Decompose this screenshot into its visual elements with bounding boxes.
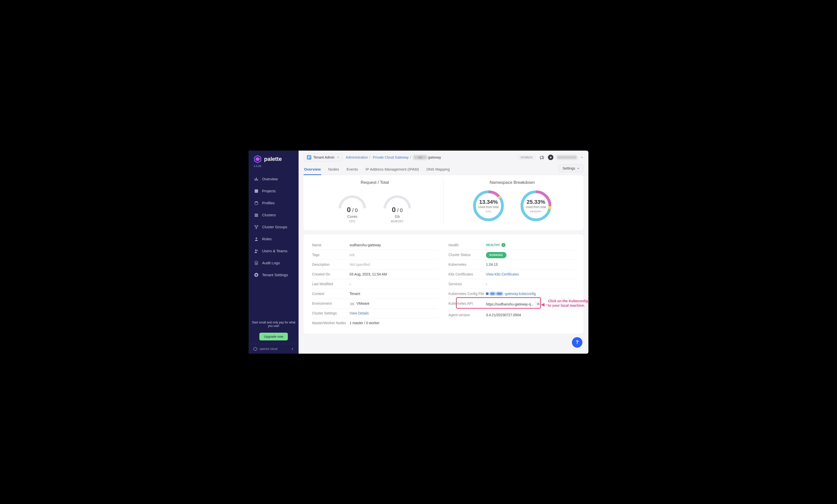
request-total-title: Request / Total [306, 180, 444, 185]
status-badge: RUNNING [486, 252, 506, 258]
chevron-down-icon [337, 156, 340, 159]
tenant-selector[interactable]: ◧ Tenant Admin [304, 153, 343, 162]
help-button[interactable]: ? [572, 337, 583, 348]
svg-marker-18 [254, 347, 257, 350]
version-label: 3.4.96 [249, 165, 299, 170]
svg-rect-9 [254, 216, 258, 217]
tenant-icon: ◧ [307, 155, 311, 160]
tab-ipam[interactable]: IP Address Management (IPAM) [365, 164, 420, 175]
clusters-icon [254, 213, 259, 217]
roles-icon [254, 237, 259, 241]
svg-rect-5 [254, 189, 258, 193]
sidebar-item-audit-logs[interactable]: Audit Logs [249, 257, 299, 269]
svg-point-12 [256, 228, 257, 229]
crumb-administration[interactable]: Administration [346, 155, 368, 159]
tab-dns[interactable]: DNS Mapping [426, 164, 450, 175]
chat-icon[interactable] [539, 155, 545, 160]
crumb-current: gateway [428, 155, 441, 159]
sidebar-nav: Overview Projects Profiles Clusters Clus… [249, 170, 299, 318]
user-blur [557, 156, 577, 159]
breadcrumb: Administration/ Private Cloud Gateway/ x… [346, 155, 441, 159]
chevron-down-icon[interactable] [581, 156, 583, 159]
sidebar-item-roles[interactable]: Roles [249, 233, 299, 245]
svg-point-17 [256, 263, 257, 264]
cluster-groups-icon [254, 225, 259, 229]
memory-donut: 25.33%Used from totalMEMORY [520, 190, 552, 222]
health-badge: HEALTHY✓ [486, 243, 575, 247]
svg-point-14 [255, 250, 256, 251]
kubeconfig-link[interactable]: -gateway.kubeconfig [486, 292, 575, 296]
upgrade-button[interactable]: Upgrade now [259, 333, 288, 340]
users-icon [254, 249, 259, 253]
memory-gauge: 0 / 0 Gb MEMORY [382, 190, 412, 223]
spectro-icon [253, 347, 257, 351]
gear-icon [254, 273, 259, 277]
brand-name: palette [264, 156, 282, 162]
cpu-gauge: 0 / 0 Cores CPU [337, 190, 367, 223]
chevron-down-icon [577, 167, 580, 170]
tab-bar: Overview Nodes Events IP Address Managem… [299, 164, 588, 175]
projects-icon [254, 189, 259, 193]
svg-rect-4 [257, 179, 258, 180]
highlight-box [456, 297, 541, 309]
star-icon[interactable]: ★ [548, 155, 553, 160]
crumb-pcg[interactable]: Private Cloud Gateway [373, 155, 409, 159]
main-panel: ◧ Tenant Admin Administration/ Private C… [299, 150, 588, 354]
sidebar-item-projects[interactable]: Projects [249, 185, 299, 197]
settings-button[interactable]: Settings [559, 164, 583, 172]
app-window: palette 3.4.96 Overview Projects Profile… [249, 150, 588, 354]
sidebar-item-profiles[interactable]: Profiles [249, 197, 299, 209]
profiles-icon [254, 201, 259, 205]
svg-rect-7 [254, 214, 258, 214]
sidebar: palette 3.4.96 Overview Projects Profile… [249, 150, 299, 354]
tab-events[interactable]: Events [346, 164, 358, 175]
svg-rect-3 [256, 178, 257, 181]
overview-icon [254, 177, 259, 181]
details-left: Namesudhanshu-gatewayTagsn/aDescriptionN… [312, 240, 439, 328]
callout-text: Click on the Kubeconfig file name to dow… [548, 299, 588, 308]
details-card: Namesudhanshu-gatewayTagsn/aDescriptionN… [304, 234, 583, 334]
svg-point-6 [255, 201, 258, 202]
promo-text: Start small and only pay for what you us… [249, 318, 299, 331]
metrics-card: Request / Total 0 / 0 Cores CPU 0 / 0 Gb [304, 175, 583, 230]
topbar: ◧ Tenant Admin Administration/ Private C… [299, 150, 588, 164]
sidebar-item-overview[interactable]: Overview [249, 173, 299, 185]
sidebar-item-cluster-groups[interactable]: Cluster Groups [249, 221, 299, 233]
sidebar-footer: spectro cloud [249, 344, 299, 354]
tab-overview[interactable]: Overview [304, 164, 321, 175]
view-certs-link[interactable]: View K8s Certificates [486, 272, 575, 276]
collapse-icon[interactable] [290, 347, 294, 350]
content-area: Request / Total 0 / 0 Cores CPU 0 / 0 Gb [299, 175, 588, 354]
cpu-donut: 13.34%Used from totalCPU [472, 190, 505, 222]
svg-point-15 [257, 250, 258, 251]
tab-nodes[interactable]: Nodes [328, 164, 340, 175]
sidebar-item-tenant-settings[interactable]: Tenant Settings [249, 269, 299, 281]
audit-icon [254, 261, 259, 265]
sidebar-item-users-teams[interactable]: Users & Teams [249, 245, 299, 257]
svg-point-13 [255, 237, 257, 239]
palette-logo-icon [254, 155, 262, 163]
quota-pill: 0/100kCh [517, 155, 536, 160]
check-icon: ✓ [501, 243, 505, 247]
namespace-title: Namespace Breakdown [444, 180, 581, 185]
svg-rect-2 [254, 179, 255, 181]
details-right: HealthHEALTHY✓ Cluster StatusRUNNING Kub… [448, 240, 575, 328]
svg-rect-8 [254, 215, 258, 216]
brand-logo: palette [249, 150, 299, 165]
sidebar-item-clusters[interactable]: Clusters [249, 209, 299, 221]
svg-marker-1 [255, 157, 260, 161]
